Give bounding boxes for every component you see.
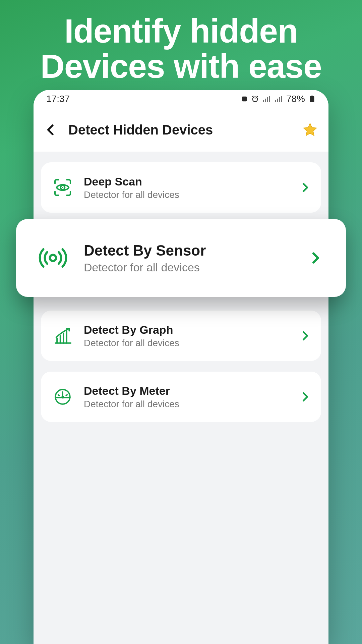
svg-rect-5 <box>310 96 314 102</box>
back-button[interactable] <box>44 122 58 137</box>
status-time: 17:37 <box>46 94 70 104</box>
option-title: Detect By Sensor <box>84 242 295 259</box>
option-detect-by-meter[interactable]: Detect By Meter Detector for all devices <box>41 372 321 422</box>
signal-1-icon <box>263 96 270 102</box>
promo-line1: Identify hidden <box>13 13 349 49</box>
chevron-right-icon <box>309 251 322 265</box>
signal-2-icon <box>275 96 282 102</box>
chevron-right-icon <box>300 182 311 193</box>
option-text: Detect By Graph Detector for all devices <box>84 323 290 348</box>
status-right: 78% <box>241 94 316 104</box>
star-favorite-icon[interactable] <box>302 121 318 138</box>
chevron-right-icon <box>300 391 311 402</box>
option-text: Detect By Sensor Detector for all device… <box>84 242 295 274</box>
promo-headline: Identify hidden Devices with ease <box>0 0 362 84</box>
svg-rect-0 <box>242 97 247 102</box>
app-header: Detect Hidden Devices <box>34 108 328 152</box>
graph-icon <box>51 324 74 347</box>
status-bar: 17:37 78% <box>34 90 328 108</box>
svg-line-17 <box>58 395 59 395</box>
sensor-icon <box>36 241 70 275</box>
option-subtitle: Detector for all devices <box>84 261 295 274</box>
option-subtitle: Detector for all devices <box>84 399 290 410</box>
option-title: Detect By Meter <box>84 384 290 397</box>
option-title: Deep Scan <box>84 175 290 188</box>
page-title: Detect Hidden Devices <box>68 122 292 138</box>
option-text: Detect By Meter Detector for all devices <box>84 384 290 410</box>
svg-point-20 <box>50 255 56 261</box>
option-subtitle: Detector for all devices <box>84 338 290 348</box>
chevron-left-icon <box>44 123 58 137</box>
promo-line2: Devices with ease <box>13 49 349 84</box>
svg-line-4 <box>257 96 258 97</box>
eye-scan-icon <box>51 176 74 199</box>
svg-line-18 <box>66 395 67 395</box>
battery-icon <box>308 95 316 103</box>
status-battery: 78% <box>286 94 305 104</box>
option-deep-scan[interactable]: Deep Scan Detector for all devices <box>41 162 321 213</box>
svg-rect-6 <box>311 96 313 97</box>
meter-icon <box>51 385 74 409</box>
option-subtitle: Detector for all devices <box>84 190 290 200</box>
svg-point-19 <box>61 396 64 398</box>
option-detect-by-graph[interactable]: Detect By Graph Detector for all devices <box>41 311 321 361</box>
option-text: Deep Scan Detector for all devices <box>84 175 290 200</box>
phone-frame: 17:37 78% Detect Hidden Devices <box>34 90 328 644</box>
svg-point-1 <box>253 97 258 102</box>
notification-bell-icon <box>241 95 248 103</box>
alarm-icon <box>251 95 259 103</box>
svg-point-8 <box>62 187 63 188</box>
option-title: Detect By Graph <box>84 323 290 336</box>
options-list: Deep Scan Detector for all devices <box>34 152 328 443</box>
svg-line-3 <box>252 96 254 97</box>
chevron-right-icon <box>300 330 311 341</box>
option-detect-by-sensor[interactable]: Detect By Sensor Detector for all device… <box>16 219 346 297</box>
